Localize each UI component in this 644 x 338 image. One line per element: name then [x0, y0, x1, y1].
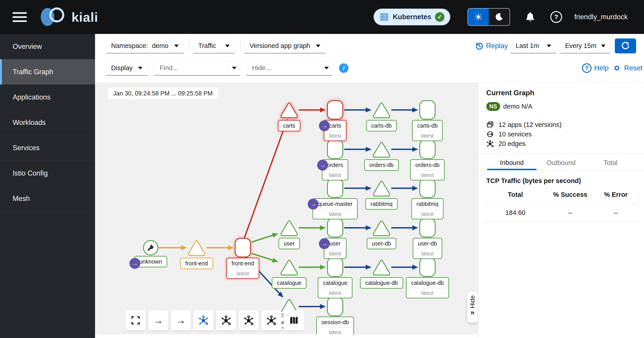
graph-node-orders-app[interactable] [327, 140, 343, 159]
sidebar-item-applications[interactable]: Applications [0, 84, 95, 110]
graph-node-catalogue-app[interactable] [327, 258, 343, 277]
graph-node-user-app[interactable] [327, 218, 343, 238]
panel-title: Current Graph [486, 89, 644, 97]
sidebar-item-workloads[interactable]: Workloads [0, 110, 95, 135]
graph-node-cataloguedb-app[interactable] [419, 258, 436, 277]
help-button[interactable]: Help [582, 61, 609, 76]
node-label[interactable]: orderslatest [322, 159, 348, 180]
graph-node-frontend-service[interactable] [188, 239, 206, 256]
node-label[interactable]: cataloguelatest [318, 277, 352, 298]
focus-arrow-button[interactable] [170, 310, 191, 330]
graph-node-carts-app[interactable] [327, 100, 343, 120]
duration-value: Last 1m [516, 42, 539, 50]
display-dropdown[interactable]: Display [106, 61, 148, 76]
duration-dropdown[interactable]: Last 1m [510, 38, 556, 54]
chevron-down-icon[interactable] [324, 67, 329, 70]
node-label[interactable]: rabbitmq [365, 198, 398, 210]
tab-inbound[interactable]: Inbound [487, 154, 536, 170]
node-label[interactable]: user [278, 238, 300, 249]
hide-panel-button[interactable]: Hide [467, 292, 478, 323]
graph-node-sessiondb-app[interactable] [327, 297, 343, 316]
arrow-badge-icon [308, 199, 318, 210]
chevron-down-icon[interactable] [232, 67, 236, 70]
node-label[interactable]: session-dblatest [316, 316, 354, 334]
notifications-button[interactable] [525, 12, 536, 22]
graph-node-userdb-service[interactable] [372, 220, 390, 236]
dark-theme-button[interactable] [489, 8, 510, 25]
namespace-dropdown[interactable]: Namespace: demo [106, 38, 184, 54]
arrow-icon [153, 315, 163, 326]
node-label[interactable]: rabbitmqlatest [411, 198, 444, 220]
tab-total[interactable]: Total [586, 154, 635, 170]
node-label[interactable]: carts-db [366, 120, 397, 132]
sidebar-item-traffic-graph[interactable]: Traffic Graph [0, 59, 95, 84]
light-theme-button[interactable] [468, 8, 489, 25]
graph-node-frontend-app[interactable] [235, 238, 251, 258]
node-label[interactable]: carts-dblatest [412, 120, 443, 141]
graph-node-catalogue-service[interactable] [280, 259, 298, 276]
cluster-badge[interactable]: Kubernetes [374, 8, 450, 25]
tab-outbound[interactable]: Outbound [536, 154, 586, 170]
graph-node-ordersdb-app[interactable] [419, 140, 436, 159]
sidebar-item-istio-config[interactable]: Istio Config [0, 161, 95, 186]
zoom-to-fit-button[interactable] [125, 310, 146, 330]
graph-node-rabbitmq-app[interactable] [419, 178, 436, 198]
node-label[interactable]: cartslatest [324, 120, 347, 141]
graph-controls [125, 310, 304, 330]
node-label[interactable]: catalogue [272, 277, 306, 289]
node-label[interactable]: carts [278, 120, 300, 132]
focus-arrow-button[interactable] [148, 310, 168, 330]
graph-node-carts-service[interactable] [280, 102, 298, 118]
sidebar-item-services[interactable]: Services [0, 135, 95, 161]
graph-node-cataloguedb-service[interactable] [372, 259, 390, 276]
node-label[interactable]: front-end [180, 258, 213, 269]
info-icon[interactable] [339, 63, 348, 73]
sidebar-item-overview[interactable]: Overview [0, 34, 95, 59]
graph-node-rabbitmq-service[interactable] [372, 180, 390, 196]
theme-toggle [468, 8, 510, 26]
edge-frontend-user[interactable] [252, 234, 277, 242]
graph-node-ordersdb-service[interactable] [372, 141, 390, 158]
kiali-brand[interactable]: kiali [41, 8, 98, 26]
layout-breadthfirst-button[interactable] [261, 310, 282, 330]
refresh-interval-dropdown[interactable]: Every 15m [560, 38, 611, 54]
node-label[interactable]: orders-dblatest [410, 159, 445, 180]
node-label[interactable]: unknown [134, 256, 167, 268]
graph-node-cartsdb-app[interactable] [419, 100, 436, 120]
graph-node-queuemaster-app[interactable] [327, 178, 343, 198]
node-label[interactable]: user-db [367, 238, 396, 249]
refresh-button[interactable] [615, 38, 636, 54]
find-input[interactable] [159, 64, 228, 72]
history-icon [475, 42, 483, 50]
menu-toggle-icon[interactable] [13, 12, 27, 22]
graph-node-unknown[interactable] [143, 240, 158, 256]
graph-node-cartsdb-service[interactable] [372, 102, 390, 118]
layout-grid-button[interactable] [216, 310, 236, 330]
graph-node-userdb-app[interactable] [419, 218, 436, 238]
topology-icon [221, 315, 231, 326]
node-label[interactable]: userlatest [324, 238, 347, 259]
node-label[interactable]: queue-masterlatest [312, 198, 358, 220]
graph-node-user-service[interactable] [280, 220, 298, 236]
reset-button[interactable]: Reset [612, 61, 642, 76]
graph-type-dropdown[interactable]: Versioned app graph [244, 38, 326, 54]
traffic-dropdown[interactable]: Traffic [193, 38, 235, 54]
node-label[interactable]: catalogue-dblatest [406, 277, 449, 298]
help-menu-button[interactable] [550, 11, 562, 23]
sidebar-nav: Overview Traffic Graph Applications Work… [0, 34, 95, 338]
user-menu[interactable]: friendly_murdock [574, 13, 628, 21]
traffic-graph-canvas[interactable]: carts cartslatest carts-db carts-dblates… [95, 83, 478, 334]
moon-icon [495, 12, 504, 22]
node-label[interactable]: catalogue-db [360, 277, 403, 289]
node-label[interactable]: user-dblatest [413, 238, 442, 259]
layout-concentric-button[interactable] [238, 310, 259, 330]
node-label[interactable]: front-endlatest [226, 258, 259, 279]
hide-input[interactable] [252, 64, 320, 72]
replay-button[interactable]: Replay [475, 38, 508, 54]
arrow-icon [176, 315, 186, 326]
node-label[interactable]: orders-db [364, 159, 399, 171]
chevron-down-icon [225, 44, 230, 47]
sidebar-item-mesh[interactable]: Mesh [0, 186, 95, 211]
layout-dagre-button-active[interactable] [193, 310, 214, 330]
legend-button[interactable] [284, 310, 304, 330]
